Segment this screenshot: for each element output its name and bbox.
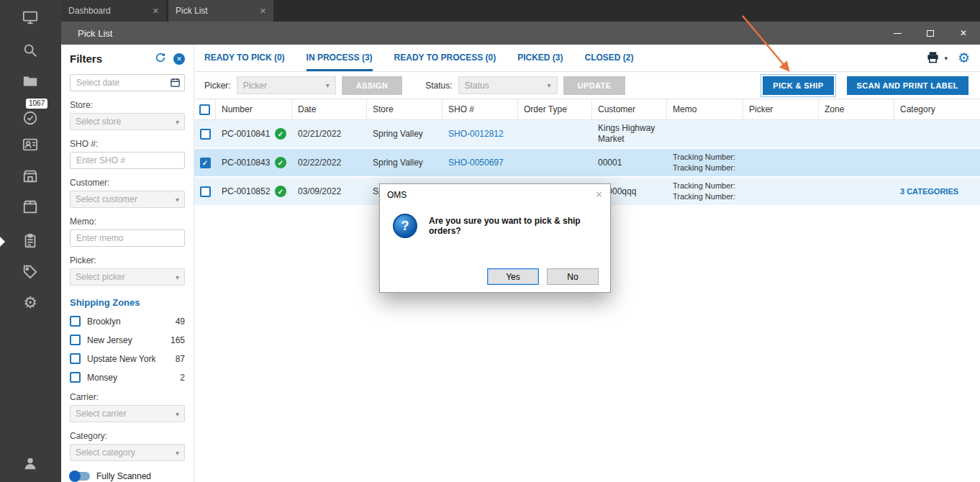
tag-icon[interactable] [22,263,39,281]
package-icon[interactable] [22,199,39,216]
order-zone [819,120,894,147]
column-header-picker[interactable]: Picker [743,99,819,119]
pick-and-ship-button[interactable]: PICK & SHIP [763,76,833,95]
minimize-icon [894,33,902,34]
tab-ready-to-pick[interactable]: READY TO PICK (0) [204,45,285,71]
customer-filter-label: Customer: [70,178,185,188]
sho-link[interactable]: SHO-0050697 [448,158,504,168]
close-icon[interactable]: ✕ [153,6,159,16]
store-filter-label: Store: [70,100,185,110]
tab-dashboard[interactable]: Dashboard ✕ [61,0,166,22]
user-icon[interactable] [22,455,39,472]
confirm-dialog: OMS ✕ ? Are you sure you want to pick & … [379,183,611,293]
clear-filters-icon[interactable]: ✕ [173,53,185,65]
store-filter-dropdown[interactable]: Select store ▾ [70,113,185,130]
print-icon[interactable] [926,50,940,66]
column-header-sho[interactable]: SHO # [443,99,518,119]
column-header-memo[interactable]: Memo [667,99,743,119]
contacts-icon[interactable] [22,136,39,153]
column-header-date[interactable]: Date [292,99,367,119]
close-icon[interactable]: ✕ [260,6,266,16]
store-icon[interactable] [22,168,39,185]
calendar-icon[interactable] [170,77,181,90]
order-memo: Tracking Number: Tracking Number: [667,149,743,176]
zone-label: New Jersey [87,335,132,345]
sidebar-count-badge: 1067 [26,99,47,109]
zone-item-monsey[interactable]: Monsey 2 [70,371,185,383]
picker-filter-label: Picker: [70,255,185,265]
update-button[interactable]: UPDATE [563,76,626,95]
customer-filter-dropdown[interactable]: Select customer ▾ [70,191,185,208]
status-update-dropdown[interactable]: Status ▾ [458,76,558,94]
column-header-zone[interactable]: Zone [819,99,894,119]
date-filter-input[interactable] [70,74,185,91]
tab-pick-list[interactable]: Pick List ✕ [168,0,273,22]
no-button[interactable]: No [547,268,599,285]
scanned-check-icon: ✓ [275,157,286,168]
dialog-close-icon[interactable]: ✕ [595,189,603,200]
picker-assign-dropdown[interactable]: Picker ▾ [237,76,336,94]
order-type [518,120,592,147]
scan-and-print-label-button[interactable]: SCAN AND PRINT LABEL [847,76,968,95]
maximize-button[interactable] [914,22,947,45]
search-icon[interactable] [22,42,39,59]
assign-button[interactable]: ASSIGN [342,76,403,95]
select-all-checkbox[interactable] [199,104,210,115]
categories-link[interactable]: 3 CATEGORIES [900,187,958,196]
tab-closed[interactable]: CLOSED (2) [585,45,634,71]
zone-checkbox[interactable] [70,316,81,327]
chevron-down-icon: ▾ [176,449,179,457]
column-header-store[interactable]: Store [367,99,443,119]
window-tabstrip: Dashboard ✕ Pick List ✕ [61,0,980,22]
filters-panel: Filters ✕ Store: Select store ▾ SHO #: C… [61,45,194,482]
folder-icon[interactable] [22,73,39,90]
memo-filter-input[interactable] [70,229,185,247]
minimize-button[interactable] [881,22,914,45]
zone-checkbox[interactable] [70,335,81,345]
zone-item-brooklyn[interactable]: Brooklyn 49 [70,315,185,327]
carrier-filter-dropdown[interactable]: Select carrier ▾ [70,405,185,422]
chevron-down-icon[interactable]: ▾ [944,55,948,62]
yes-button[interactable]: Yes [487,268,539,285]
zone-item-new-jersey[interactable]: New Jersey 165 [70,334,185,346]
row-checkbox[interactable] [200,129,211,140]
dialog-title: OMS [387,190,407,200]
row-checkbox[interactable]: ✓ [200,158,211,168]
close-button[interactable]: ✕ [947,22,980,45]
tab-ready-to-process[interactable]: READY TO PROCESS (0) [394,45,496,71]
refresh-icon[interactable] [155,52,166,65]
column-header-order-type[interactable]: Order Type [518,99,592,119]
zone-item-upstate-new-york[interactable]: Upstate New York 87 [70,353,185,365]
chevron-down-icon: ▾ [326,81,330,89]
zone-count: 49 [176,317,185,327]
dashboard-icon[interactable] [22,9,39,26]
picklist-icon[interactable] [22,232,39,250]
table-row[interactable]: PC-0010841✓ 02/21/2022 Spring Valley SHO… [194,120,980,149]
sho-filter-input[interactable] [70,152,185,169]
zone-label: Upstate New York [87,354,155,364]
titlebar: Pick List ✕ [61,22,980,45]
zone-label: Monsey [87,373,117,383]
table-row[interactable]: ✓ PC-0010843✓ 02/22/2022 Spring Valley S… [194,149,980,178]
grid-settings-icon[interactable]: ⚙ [958,50,970,66]
order-type [518,149,592,176]
column-header-customer[interactable]: Customer [592,99,667,119]
picker-assign-label: Picker: [204,81,231,91]
fully-scanned-toggle[interactable] [70,472,90,481]
picker-filter-dropdown[interactable]: Select picker ▾ [70,268,185,286]
column-header-category[interactable]: Category [894,99,980,119]
zone-checkbox[interactable] [70,372,81,383]
chevron-down-icon: ▾ [176,196,179,204]
settings-icon[interactable]: ⚙ [22,294,39,312]
category-filter-dropdown[interactable]: Select category ▾ [70,444,185,461]
sho-link[interactable]: SHO-0012812 [448,129,504,139]
zone-checkbox[interactable] [70,353,81,364]
shipping-zones-title: Shipping Zones [70,297,185,308]
scanned-orders-icon[interactable] [22,109,39,127]
tab-in-process[interactable]: IN PROCESS (3) [307,45,373,71]
tab-picked[interactable]: PICKED (3) [517,45,563,71]
row-checkbox[interactable] [200,186,211,197]
table-header: Number Date Store SHO # Order Type Custo… [194,99,980,120]
dialog-message: Are you sure you want to pick & ship ord… [429,216,597,236]
column-header-number[interactable]: Number [216,99,292,119]
